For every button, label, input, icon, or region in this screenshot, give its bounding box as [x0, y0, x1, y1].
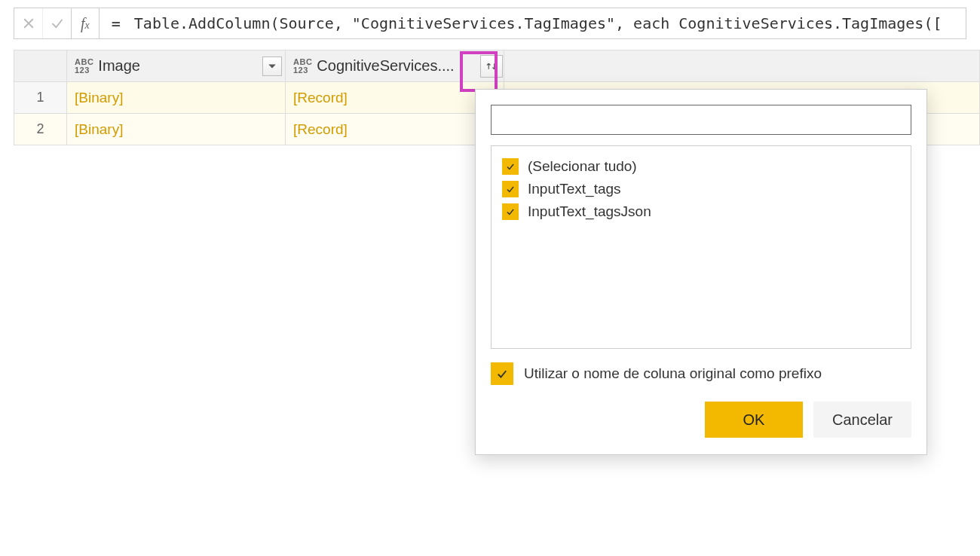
- checkbox[interactable]: [502, 203, 519, 220]
- prefix-checkbox[interactable]: [491, 362, 513, 385]
- cell-image[interactable]: [Binary]: [67, 82, 286, 114]
- cancel-button[interactable]: Cancelar: [813, 402, 911, 438]
- grid-header-row: ABC123 Image ABC123 CognitiveServices...…: [14, 50, 980, 82]
- ok-button[interactable]: OK: [705, 402, 803, 438]
- record-link[interactable]: [Record]: [293, 90, 348, 106]
- column-checkbox-item[interactable]: (Selecionar tudo): [502, 155, 900, 178]
- row-number[interactable]: 2: [14, 114, 67, 145]
- any-type-icon: ABC123: [293, 58, 312, 75]
- formula-text: Table.AddColumn(Source, "CognitiveServic…: [134, 14, 942, 32]
- checkbox[interactable]: [502, 158, 519, 175]
- cell-image[interactable]: [Binary]: [67, 114, 286, 145]
- column-header-image[interactable]: ABC123 Image: [67, 50, 286, 82]
- prefix-label: Utilizar o nome de coluna original como …: [524, 365, 822, 382]
- row-number[interactable]: 1: [14, 82, 67, 114]
- grid-header-empty: [504, 50, 980, 82]
- fx-label: fx: [72, 8, 100, 38]
- expand-column-popup: (Selecionar tudo)InputText_tagsInputText…: [475, 89, 927, 455]
- row-selector-header[interactable]: [14, 50, 67, 82]
- formula-bar: fx =Table.AddColumn(Source, "CognitiveSe…: [14, 8, 966, 39]
- prefix-option-row[interactable]: Utilizar o nome de coluna original como …: [491, 362, 911, 385]
- column-label: CognitiveServices....: [317, 57, 454, 75]
- any-type-icon: ABC123: [75, 58, 93, 75]
- column-checkbox-list: (Selecionar tudo)InputText_tagsInputText…: [491, 145, 911, 349]
- checkbox-label: InputText_tags: [528, 181, 621, 197]
- column-search-input[interactable]: [491, 105, 911, 135]
- formula-input[interactable]: =Table.AddColumn(Source, "CognitiveServi…: [100, 14, 966, 32]
- cancel-formula-button[interactable]: [14, 8, 43, 38]
- cell-cognitive[interactable]: [Record]: [286, 82, 504, 114]
- column-label: Image: [98, 57, 140, 75]
- expand-column-button[interactable]: [480, 55, 503, 78]
- checkbox[interactable]: [502, 181, 519, 197]
- formula-equals: =: [112, 14, 121, 32]
- popup-button-row: OK Cancelar: [491, 402, 911, 438]
- column-filter-button[interactable]: [262, 57, 282, 76]
- binary-link[interactable]: [Binary]: [75, 121, 123, 138]
- cell-cognitive[interactable]: [Record]: [286, 114, 504, 145]
- binary-link[interactable]: [Binary]: [75, 90, 123, 106]
- column-header-cognitive[interactable]: ABC123 CognitiveServices....: [286, 50, 504, 82]
- checkbox-label: (Selecionar tudo): [528, 158, 637, 175]
- column-checkbox-item[interactable]: InputText_tags: [502, 178, 900, 200]
- confirm-formula-button[interactable]: [43, 8, 72, 38]
- checkbox-label: InputText_tagsJson: [528, 203, 651, 220]
- record-link[interactable]: [Record]: [293, 121, 348, 138]
- column-checkbox-item[interactable]: InputText_tagsJson: [502, 200, 900, 223]
